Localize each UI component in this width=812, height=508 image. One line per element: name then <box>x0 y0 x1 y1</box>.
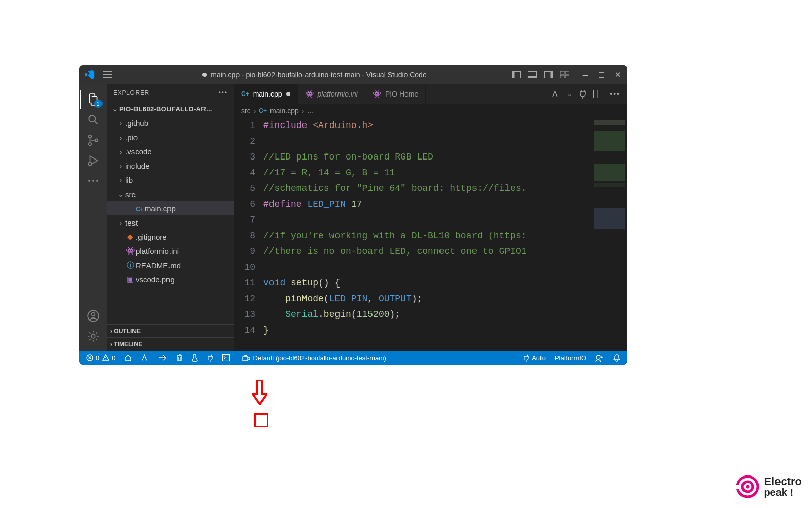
folder-lib[interactable]: ›lib <box>107 173 234 187</box>
toggle-secondary-icon[interactable] <box>544 70 553 79</box>
plug-icon[interactable] <box>579 89 586 99</box>
svg-point-17 <box>92 180 94 182</box>
svg-rect-24 <box>223 355 230 361</box>
chevron-icon: › <box>116 133 125 142</box>
sidebar-title: EXPLORER <box>113 89 149 97</box>
toggle-sidebar-icon[interactable] <box>512 70 521 79</box>
maximize-icon[interactable] <box>597 70 606 79</box>
status-home-icon[interactable] <box>121 351 136 365</box>
minimize-icon[interactable]: ─ <box>581 70 590 79</box>
menu-icon[interactable] <box>103 70 113 79</box>
titlebar: main.cpp - pio-bl602-boufallo-arduino-te… <box>79 65 627 84</box>
file-icon: 👾 <box>125 246 136 256</box>
file-icon: C+ <box>134 204 145 213</box>
status-problems[interactable]: 0 0 <box>83 351 118 365</box>
folder-.vscode[interactable]: ›.vscode <box>107 144 234 158</box>
minimap[interactable] <box>592 118 627 351</box>
status-feedback-icon[interactable] <box>592 351 607 365</box>
file-main.cpp[interactable]: C+main.cpp <box>107 201 234 215</box>
vscode-window: main.cpp - pio-bl602-boufallo-arduino-te… <box>79 65 627 365</box>
activity-run[interactable] <box>85 150 101 171</box>
tab-actions: ⌄ ••• <box>552 84 627 104</box>
split-editor-icon[interactable] <box>593 90 602 98</box>
close-icon[interactable]: ✕ <box>613 70 622 79</box>
run-code-icon[interactable] <box>552 90 560 98</box>
more-actions-icon[interactable]: ••• <box>610 90 620 98</box>
svg-rect-3 <box>528 76 537 78</box>
explorer-badge: 1 <box>94 100 103 108</box>
status-port[interactable]: Auto <box>520 351 549 365</box>
sidebar-header: EXPLORER ••• <box>107 84 234 102</box>
status-bell-icon[interactable] <box>610 351 623 365</box>
chevron-down-icon: ⌄ <box>110 104 119 113</box>
modified-dot-icon <box>286 92 290 96</box>
svg-rect-29 <box>735 485 740 489</box>
svg-point-15 <box>88 162 92 166</box>
file-platformio.ini[interactable]: 👾platformio.ini <box>107 244 234 258</box>
outline-section[interactable]: › OUTLINE <box>107 324 234 337</box>
svg-rect-1 <box>512 72 515 78</box>
window-title: main.cpp - pio-bl602-boufallo-arduino-te… <box>118 71 512 79</box>
folder-src[interactable]: ⌄src <box>107 187 234 201</box>
folder-.pio[interactable]: ›.pio <box>107 130 234 144</box>
chevron-icon: › <box>116 119 125 128</box>
status-serial-icon[interactable] <box>204 351 216 365</box>
timeline-section[interactable]: › TIMELINE <box>107 337 234 351</box>
activity-scm[interactable] <box>85 130 101 150</box>
breadcrumb[interactable]: src› C+ main.cpp› ... <box>234 104 627 118</box>
vscode-logo-icon <box>84 69 95 80</box>
chevron-icon: › <box>116 176 125 184</box>
svg-point-18 <box>96 180 98 182</box>
status-env[interactable]: Default (pio-bl602-boufallo-arduino-test… <box>239 351 389 365</box>
status-terminal-icon[interactable] <box>219 351 233 365</box>
status-platformio[interactable]: PlatformIO <box>552 351 589 365</box>
file-tree: ⌄ PIO-BL602-BOUFALLO-AR... ›.github›.pio… <box>107 102 234 324</box>
cpp-icon: C+ <box>259 107 267 114</box>
activity-settings[interactable] <box>85 326 101 346</box>
status-bar: 0 0 Default (pio-bl602-boufallo-arduino-… <box>79 351 627 365</box>
status-build-icon[interactable] <box>139 351 153 365</box>
annotation-highlight <box>254 413 268 427</box>
svg-point-13 <box>88 143 91 145</box>
svg-point-21 <box>91 334 95 338</box>
tab-pio-home[interactable]: 👾PIO Home <box>365 84 426 104</box>
activity-more[interactable] <box>85 171 101 191</box>
layout-controls: ─ ✕ <box>512 70 622 79</box>
code-lines[interactable]: #include <Arduino.h> //LED pins for on-b… <box>263 118 592 351</box>
electropeak-logo: Electro peak ! <box>735 474 802 499</box>
activity-accounts[interactable] <box>85 306 101 326</box>
tab-platformio-ini[interactable]: 👾platformio.ini <box>298 84 365 104</box>
customize-layout-icon[interactable] <box>560 70 569 79</box>
tab-main-cpp[interactable]: C+main.cpp <box>234 84 298 104</box>
chevron-down-icon[interactable]: ⌄ <box>567 91 572 98</box>
chevron-icon: › <box>116 162 125 170</box>
toggle-panel-icon[interactable] <box>528 70 537 79</box>
file-README.md[interactable]: ⓘREADME.md <box>107 258 234 272</box>
electropeak-logo-icon <box>735 474 760 499</box>
svg-point-28 <box>746 485 750 489</box>
activity-search[interactable] <box>85 110 101 130</box>
editor-area: C+main.cpp👾platformio.ini👾PIO Home ⌄ •••… <box>234 84 627 351</box>
file-icon: ⓘ <box>125 261 136 270</box>
svg-rect-7 <box>565 71 569 74</box>
status-upload-icon[interactable] <box>156 351 170 365</box>
code-editor[interactable]: 1234567891011121314 #include <Arduino.h>… <box>234 118 627 351</box>
file-.gitignore[interactable]: ◆.gitignore <box>107 230 234 244</box>
status-clean-icon[interactable] <box>173 351 186 365</box>
folder-.github[interactable]: ›.github <box>107 116 234 130</box>
file-icon: ◆ <box>125 232 136 241</box>
folder-include[interactable]: ›include <box>107 158 234 173</box>
svg-point-14 <box>95 139 97 141</box>
svg-rect-5 <box>551 72 553 78</box>
folder-test[interactable]: ›test <box>107 215 234 230</box>
status-test-icon[interactable] <box>189 351 201 365</box>
modified-dot-icon <box>202 73 207 77</box>
sidebar-more-icon[interactable]: ••• <box>218 89 228 97</box>
chevron-icon: › <box>116 147 125 156</box>
file-vscode.png[interactable]: ▣vscode.png <box>107 272 234 287</box>
svg-point-25 <box>596 355 600 359</box>
editor-tabs: C+main.cpp👾platformio.ini👾PIO Home ⌄ ••• <box>234 84 627 104</box>
activity-explorer[interactable]: 1 <box>85 89 101 110</box>
svg-rect-8 <box>560 75 564 78</box>
project-root[interactable]: ⌄ PIO-BL602-BOUFALLO-AR... <box>107 102 234 116</box>
